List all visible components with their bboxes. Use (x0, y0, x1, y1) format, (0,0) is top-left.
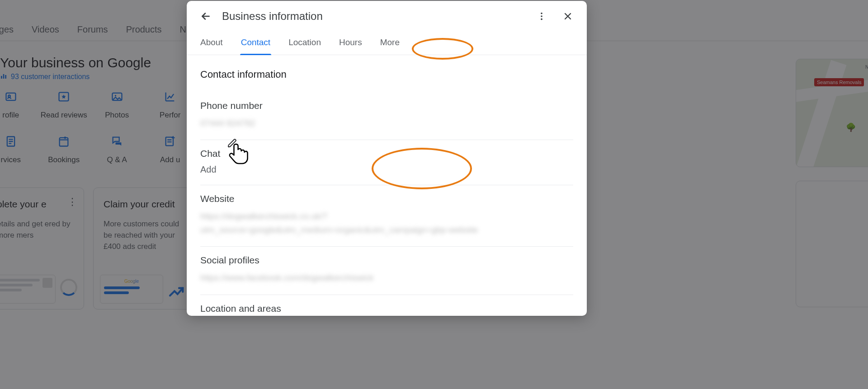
svg-point-14 (541, 19, 542, 20)
cursor-pointer-icon (227, 142, 251, 173)
tile-label: Bookings (48, 155, 80, 164)
close-button[interactable] (558, 6, 578, 26)
receipt-icon (5, 135, 17, 151)
mini-preview: Google (100, 275, 163, 304)
search-tab-forums[interactable]: Forums (77, 24, 108, 35)
tile-label: Perfor (160, 111, 180, 120)
arrow-left-icon (200, 10, 212, 22)
right-card-placeholder (796, 181, 868, 307)
tile-qa[interactable]: Q & A (93, 135, 142, 164)
svg-point-13 (541, 15, 542, 17)
tile-label: Photos (105, 111, 129, 120)
section-title-contact: Contact information (200, 69, 573, 80)
tile-bookings[interactable]: Bookings (40, 135, 89, 164)
card-title: plete your e (0, 198, 74, 211)
progress-ring-icon (60, 279, 77, 296)
business-information-modal: Business information About Contact Locat… (187, 1, 587, 316)
add-chat-link[interactable]: Add (200, 164, 573, 175)
svg-rect-3 (6, 93, 15, 100)
more-options-button[interactable] (532, 6, 552, 26)
svg-rect-9 (60, 138, 68, 146)
search-tab-products[interactable]: Products (126, 24, 162, 35)
modal-body[interactable]: Contact information Phone number 07444 8… (187, 55, 587, 316)
svg-rect-1 (3, 74, 5, 79)
tab-location[interactable]: Location (288, 37, 321, 55)
search-tab-images[interactable]: mages (0, 24, 14, 35)
phone-value-redacted: 07444 824782 (200, 117, 573, 130)
tile-profile[interactable]: rofile (0, 90, 35, 120)
tab-contact[interactable]: Contact (241, 37, 270, 55)
tile-label: Read reviews (41, 111, 87, 120)
id-card-icon (5, 90, 17, 106)
tile-label: Q & A (107, 155, 127, 164)
tile-label: Add u (160, 155, 180, 164)
card-text: More customers could be reached with you… (104, 219, 180, 252)
social-value-redacted: https://www.facebook.com/dogwalkerchiswi… (200, 271, 573, 284)
tab-about[interactable]: About (200, 37, 223, 55)
tile-photos[interactable]: Photos (93, 90, 142, 120)
modal-tabs: About Contact Location Hours More (187, 32, 587, 55)
close-icon (562, 11, 573, 22)
field-website[interactable]: Website https://dogwalkerchiswick.co.uk/… (200, 185, 573, 247)
field-social[interactable]: Social profiles https://www.facebook.com… (200, 247, 573, 295)
svg-point-12 (541, 13, 542, 14)
bar-chart-icon (0, 72, 7, 81)
search-tab-videos[interactable]: Videos (32, 24, 59, 35)
card-complete-profile[interactable]: ⋮ plete your e etails and get ered by mo… (0, 187, 84, 309)
field-phone[interactable]: Phone number 07444 824782 (200, 92, 573, 140)
post-add-icon (164, 135, 176, 151)
tab-more[interactable]: More (380, 37, 400, 55)
chat-bubbles-icon (111, 135, 123, 151)
kebab-icon (537, 11, 547, 21)
chart-icon (164, 90, 176, 106)
mini-map[interactable]: Newgate Rd Seamans Removals 🌳 (796, 59, 868, 167)
tile-label: rofile (2, 111, 19, 120)
card-title: Claim your credit (104, 198, 180, 211)
field-label: Social profiles (200, 255, 573, 266)
tree-icon: 🌳 (846, 122, 856, 132)
website-value-redacted: https://dogwalkerchiswick.co.uk/?utm_sou… (200, 210, 573, 236)
action-tiles: rofile Read reviews Photos Perfor (0, 90, 194, 164)
tile-label: rvices (1, 155, 21, 164)
google-logo-text: Google (104, 279, 159, 284)
modal-header: Business information (187, 1, 587, 32)
card-text: etails and get ered by more mers (0, 219, 74, 241)
customer-interactions-link[interactable]: 93 customer interactions (0, 72, 90, 81)
interactions-count: 93 customer interactions (11, 73, 90, 81)
star-icon (57, 90, 70, 106)
svg-point-7 (115, 95, 117, 97)
field-chat[interactable]: Chat Add (200, 140, 573, 185)
field-label: Location and areas (200, 303, 573, 314)
back-button[interactable] (196, 6, 216, 26)
search-result-tabs: mages Videos Forums Products News (0, 24, 203, 35)
mini-preview (0, 275, 56, 304)
svg-rect-2 (5, 75, 6, 79)
more-icon[interactable]: ⋮ (67, 196, 77, 208)
card-claim-credit[interactable]: Claim your credit More customers could b… (93, 187, 191, 309)
field-location-areas[interactable]: Location and areas (200, 295, 573, 314)
tab-hours[interactable]: Hours (339, 37, 362, 55)
page-title: Your business on Google (0, 55, 151, 70)
field-label: Website (200, 193, 573, 204)
tile-reviews[interactable]: Read reviews (40, 90, 89, 120)
field-label: Chat (200, 148, 573, 159)
tile-services[interactable]: rvices (0, 135, 35, 164)
modal-title: Business information (222, 10, 525, 23)
trend-up-icon (168, 283, 184, 299)
calendar-icon (57, 135, 70, 151)
image-icon (111, 90, 123, 106)
svg-rect-0 (1, 76, 2, 79)
road-label: Newgate Rd (865, 65, 868, 70)
map-pin-label: Seamans Removals (814, 78, 864, 86)
svg-rect-10 (64, 137, 66, 139)
field-label: Phone number (200, 100, 573, 111)
svg-point-4 (8, 95, 10, 98)
